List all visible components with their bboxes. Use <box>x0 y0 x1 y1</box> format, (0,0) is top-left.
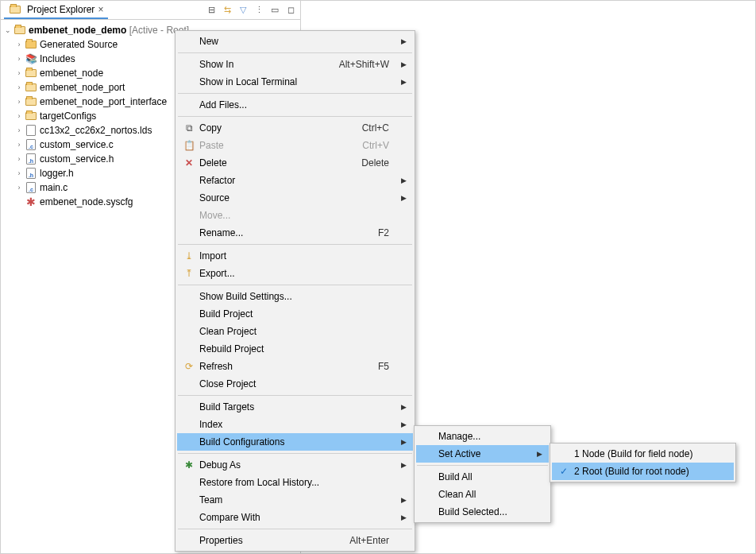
config-item-2-root-build-for-root-node[interactable]: ✓2 Root (Build for root node) <box>552 463 734 480</box>
menu-item-rename[interactable]: Rename...F2 <box>177 224 413 242</box>
expand-arrow-icon[interactable]: ⌄ <box>2 25 14 36</box>
menu-shortcut: Ctrl+V <box>362 140 389 151</box>
menu-item-label: New <box>199 36 392 47</box>
tree-item-label: main.c <box>40 182 68 193</box>
menu-separator <box>178 244 412 245</box>
menu-item-close-project[interactable]: Close Project <box>177 375 413 393</box>
project-icon <box>14 24 26 37</box>
submenu-arrow-icon: ▶ <box>401 194 407 202</box>
menu-item-label: Refactor <box>199 175 392 186</box>
menu-item-label: Refresh <box>199 361 378 372</box>
tree-item-icon: .h <box>25 167 37 180</box>
expand-arrow-icon[interactable]: › <box>14 96 25 107</box>
menu-item-refactor[interactable]: Refactor▶ <box>177 172 413 189</box>
expand-arrow-icon[interactable]: › <box>14 153 25 165</box>
tab-project-explorer[interactable]: Project Explorer × <box>4 2 108 19</box>
menu-item-show-build-settings[interactable]: Show Build Settings... <box>177 288 413 305</box>
menu-item-delete[interactable]: ✕DeleteDelete <box>177 154 413 172</box>
submenu-item-build-selected[interactable]: Build Selected... <box>416 503 549 521</box>
menu-item-new[interactable]: New▶ <box>177 33 413 50</box>
menu-item-label: Delete <box>199 157 361 169</box>
menu-item-build-project[interactable]: Build Project <box>177 305 413 323</box>
menu-item-add-files[interactable]: Add Files... <box>177 96 413 114</box>
submenu-item-manage[interactable]: Manage... <box>416 428 549 445</box>
tree-item-label: embenet_node_port_interface <box>40 96 167 107</box>
blank-icon <box>418 486 438 503</box>
menu-item-label: Properties <box>199 535 349 546</box>
menu-separator <box>178 285 412 285</box>
menu-item-export[interactable]: ⤒Export... <box>177 265 413 282</box>
menu-item-show-in[interactable]: Show InAlt+Shift+W▶ <box>177 56 413 73</box>
filter-icon[interactable]: ▽ <box>237 4 249 17</box>
paste-icon: 📋 <box>179 137 199 154</box>
minimize-icon[interactable]: ▭ <box>268 4 281 17</box>
expand-arrow-icon[interactable]: › <box>14 125 25 136</box>
menu-shortcut: F5 <box>378 361 389 372</box>
view-menu-icon[interactable]: ⋮ <box>253 4 265 17</box>
menu-item-label: Copy <box>199 122 362 134</box>
expand-arrow-icon[interactable]: › <box>14 82 25 93</box>
menu-item-restore-from-local-history[interactable]: Restore from Local History... <box>177 474 413 491</box>
menu-item-copy[interactable]: ⧉CopyCtrl+C <box>177 119 413 137</box>
blank-icon <box>179 323 199 340</box>
expand-arrow-icon[interactable]: › <box>14 139 25 150</box>
submenu-item-set-active[interactable]: Set Active▶ <box>416 445 549 463</box>
menu-item-clean-project[interactable]: Clean Project <box>177 323 413 340</box>
menu-item-label: Build Project <box>199 308 392 320</box>
menu-item-label: Team <box>199 494 392 506</box>
expand-arrow-icon[interactable]: › <box>14 182 25 193</box>
blank-icon <box>179 491 199 509</box>
menu-item-label: Build Targets <box>199 401 392 413</box>
debug-icon: ✱ <box>179 456 199 474</box>
menu-item-build-targets[interactable]: Build Targets▶ <box>177 398 413 416</box>
blank-icon <box>179 509 199 526</box>
import-icon: ⤓ <box>179 247 199 265</box>
menu-item-label: Add Files... <box>199 99 392 110</box>
tree-item-icon: .h <box>25 153 37 165</box>
menu-item-import[interactable]: ⤓Import <box>177 247 413 265</box>
expand-arrow-icon[interactable]: › <box>14 168 25 179</box>
tree-item-icon: .c <box>25 181 37 194</box>
config-item-1-node-build-for-field-node[interactable]: 1 Node (Build for field node) <box>552 445 734 463</box>
submenu-item-build-all[interactable]: Build All <box>416 468 549 486</box>
menu-item-label: Source <box>199 192 392 203</box>
close-icon[interactable]: × <box>98 4 103 15</box>
maximize-icon[interactable]: ◻ <box>284 4 297 17</box>
menu-item-label: Import <box>199 250 392 262</box>
menu-item-label: Build Configurations <box>199 436 392 447</box>
collapse-all-icon[interactable]: ⊟ <box>205 4 218 17</box>
menu-item-properties[interactable]: PropertiesAlt+Enter <box>177 532 413 549</box>
menu-item-rebuild-project[interactable]: Rebuild Project <box>177 340 413 358</box>
menu-item-show-in-local-terminal[interactable]: Show in Local Terminal▶ <box>177 73 413 91</box>
menu-item-label: Clean All <box>438 489 528 500</box>
tree-item-label: Generated Source <box>40 39 118 50</box>
tree-item-label: custom_service.h <box>40 153 114 165</box>
menu-item-label: Build All <box>438 471 528 482</box>
link-editor-icon[interactable]: ⇆ <box>221 4 233 17</box>
menu-item-refresh[interactable]: ⟳RefreshF5 <box>177 358 413 375</box>
menu-item-team[interactable]: Team▶ <box>177 491 413 509</box>
menu-item-label: Paste <box>199 140 362 151</box>
blank-icon <box>179 532 199 549</box>
expand-arrow-icon[interactable]: › <box>14 110 25 122</box>
tree-item-icon: ✱ <box>25 196 37 208</box>
menu-item-label: Debug As <box>199 459 392 471</box>
menu-item-compare-with[interactable]: Compare With▶ <box>177 509 413 526</box>
submenu-item-clean-all[interactable]: Clean All <box>416 486 549 503</box>
menu-item-index[interactable]: Index▶ <box>177 416 413 433</box>
blank-icon <box>179 433 199 451</box>
expand-arrow-icon[interactable]: › <box>14 53 25 64</box>
menu-item-label: Export... <box>199 268 392 279</box>
blank-icon <box>418 428 438 445</box>
view-toolbar: ⊟ ⇆ ▽ ⋮ ▭ ◻ <box>205 4 297 17</box>
menu-item-debug-as[interactable]: ✱Debug As▶ <box>177 456 413 474</box>
expand-arrow-icon[interactable]: › <box>14 39 25 50</box>
menu-item-build-configurations[interactable]: Build Configurations▶ <box>177 433 413 451</box>
blank-icon <box>179 33 199 50</box>
menu-item-move: Move... <box>177 207 413 224</box>
check-icon: ✓ <box>554 466 574 477</box>
delete-icon: ✕ <box>179 154 199 172</box>
menu-item-label: Rename... <box>199 227 378 238</box>
expand-arrow-icon[interactable]: › <box>14 68 25 79</box>
menu-item-source[interactable]: Source▶ <box>177 189 413 207</box>
